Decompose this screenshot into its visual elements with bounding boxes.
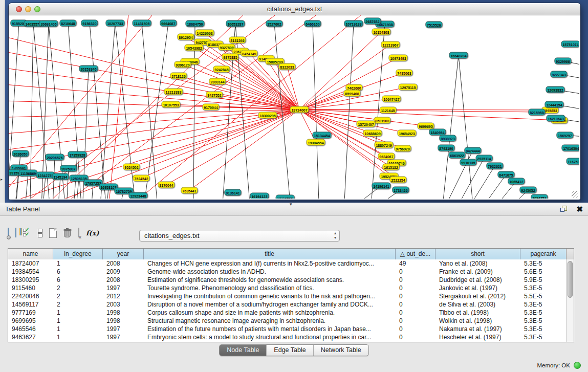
graph-node[interactable]: 1527602 <box>266 20 282 27</box>
graph-node[interactable]: 9136141 <box>224 189 241 196</box>
table-row[interactable]: 946362711997Embryonic stem cells: a mode… <box>8 333 574 341</box>
graph-node[interactable]: 7524542 <box>133 175 149 182</box>
table-selector-dropdown[interactable]: citations_edges.txt ▴▾ <box>139 230 340 242</box>
graph-node[interactable]: 8599468 <box>343 90 360 97</box>
graph-node[interactable]: 20153346 <box>79 65 98 72</box>
tab-network-table[interactable]: Network Table <box>313 345 368 356</box>
graph-node[interactable]: 11431505 <box>133 20 151 27</box>
graph-node[interactable]: 18724007 <box>290 106 309 113</box>
graph-node[interactable]: 9170044 <box>202 104 219 111</box>
graph-node[interactable]: 7515526 <box>425 21 442 28</box>
graph-node[interactable]: 2803144 <box>209 78 226 85</box>
vertical-scrollbar[interactable] <box>566 259 574 342</box>
graph-node[interactable]: 16648784 <box>449 52 468 59</box>
graph-node[interactable]: 7932621 <box>486 163 503 169</box>
graph-node[interactable]: 8501903 <box>374 117 390 124</box>
graph-node[interactable]: 9227343 <box>550 71 567 78</box>
graph-node[interactable]: 8793190 <box>438 145 454 151</box>
graph-node[interactable]: 12213967 <box>381 41 400 48</box>
graph-node[interactable]: 8210648 <box>59 20 76 27</box>
graph-node[interactable]: 17016504 <box>561 145 579 151</box>
graph-node[interactable]: 19654923 <box>397 130 416 137</box>
graph-node[interactable]: 19384554 <box>306 139 325 146</box>
graph-node[interactable]: 10688609 <box>363 130 382 137</box>
graph-node[interactable]: 18684750 <box>185 20 204 27</box>
window-titlebar[interactable]: citations_edges.txt <box>9 3 580 15</box>
graph-node[interactable]: 8322033 <box>278 63 295 70</box>
new-table-button[interactable] <box>49 228 57 238</box>
graph-node[interactable]: 8471675 <box>497 171 514 178</box>
graph-node[interactable]: 2718126 <box>170 73 187 79</box>
graph-node[interactable]: 18300295 <box>258 112 277 119</box>
graph-node[interactable]: 20206576 <box>45 154 64 161</box>
select-rows-button[interactable]: ✓ ✓ <box>23 228 31 237</box>
divider-drag-handle[interactable]: ▾ <box>290 202 292 207</box>
tab-edge-table[interactable]: Edge Table <box>266 345 313 356</box>
graph-node[interactable]: 6863922 <box>448 152 465 159</box>
graph-node[interactable]: 1121645 <box>380 107 397 114</box>
graph-node[interactable]: 9329966 <box>554 58 571 64</box>
graph-node[interactable]: 10543982 <box>184 45 203 51</box>
graph-node[interactable]: 2687682 <box>364 18 381 25</box>
select-column-button[interactable] <box>15 228 16 237</box>
panel-expand-icon[interactable]: ▸ <box>1 177 3 182</box>
graph-node[interactable]: 12975115 <box>399 84 418 91</box>
graph-node[interactable]: 10107553 <box>161 101 180 108</box>
table-row[interactable]: 2242004622012Investigating the contribut… <box>8 292 574 300</box>
graph-node[interactable]: 8454749 <box>241 50 257 57</box>
graph-node[interactable]: 8131546 <box>229 37 246 43</box>
graph-node[interactable]: 16210643 <box>546 115 565 122</box>
graph-node[interactable]: 8938923 <box>439 135 456 142</box>
table-row[interactable]: 1872400712008Changes of HCN gene express… <box>8 259 574 268</box>
graph-node[interactable]: 6466160 <box>304 20 321 27</box>
table-row[interactable]: 1830029562008Estimation of significance … <box>8 276 574 284</box>
graph-node[interactable]: 1733426 <box>392 187 409 193</box>
column-header-in_degree[interactable]: in_degree <box>53 249 103 259</box>
graph-node[interactable]: 8912954 <box>177 34 194 40</box>
graph-node[interactable]: 10207733 <box>105 20 124 27</box>
graph-node[interactable]: 2522254 <box>389 177 406 183</box>
graph-node[interactable]: 7635441 <box>181 187 198 194</box>
graph-node[interactable]: 15751074 <box>561 41 579 48</box>
column-header-name[interactable]: name <box>8 249 53 259</box>
graph-node[interactable]: 18807249 <box>374 142 393 148</box>
graph-node[interactable]: 9664087 <box>160 20 177 27</box>
graph-node[interactable]: 16194123 <box>250 193 269 199</box>
memory-ok-indicator[interactable] <box>574 362 581 369</box>
delete-table-button[interactable] <box>63 228 72 238</box>
graph-node[interactable]: 8215958 <box>528 109 545 116</box>
graph-node[interactable]: 8427552 <box>206 92 223 98</box>
close-panel-icon[interactable]: ✖ <box>576 206 583 212</box>
graph-node[interactable]: 2935114 <box>476 155 493 162</box>
graph-node[interactable]: 2026050 <box>12 150 29 157</box>
float-panel-icon[interactable] <box>560 206 567 212</box>
table-row[interactable]: 911546021997Tourette syndrome. Phenomeno… <box>8 284 574 292</box>
graph-node[interactable]: 10647427 <box>382 96 401 102</box>
column-header-short[interactable]: short <box>435 249 520 259</box>
row-height-button[interactable] <box>38 228 42 237</box>
graph-node[interactable]: 14226063 <box>195 30 214 36</box>
graph-node[interactable]: 9756928 <box>394 145 411 152</box>
table-row[interactable]: 1938455462009Genome-wide association stu… <box>8 268 574 276</box>
function-builder-button[interactable]: f(x) <box>86 229 99 237</box>
graph-node[interactable]: 10719183 <box>344 20 363 27</box>
graph-node[interactable]: 9156320 <box>81 20 98 27</box>
column-header-out_de[interactable]: △ out_de... <box>396 249 435 259</box>
graph-node[interactable]: 12093832 <box>546 86 564 93</box>
graph-node[interactable]: 9242845 <box>213 66 230 73</box>
graph-node[interactable]: 1065412 <box>508 178 525 185</box>
graph-node[interactable]: 9975887 <box>60 165 77 172</box>
graph-node[interactable]: 7485063 <box>396 70 412 76</box>
table-row[interactable]: 969969511998Structural magnetic resonanc… <box>8 317 574 325</box>
graph-node[interactable]: 11156869 <box>19 170 37 177</box>
graph-node[interactable]: 1084752 <box>531 194 548 199</box>
graph-node[interactable]: 9684067 <box>378 153 395 160</box>
graph-node[interactable]: 9396120 <box>174 61 191 68</box>
table-row[interactable]: 977716911998Corpus callosum shape and si… <box>8 309 574 317</box>
graph-node[interactable]: 9524502 <box>123 164 140 170</box>
network-canvas[interactable]: 9155203140355722069140682106489156320102… <box>9 15 579 199</box>
table-row[interactable]: 1456911722003Disruption of a novel membe… <box>8 300 574 309</box>
table-row[interactable]: 946554611997Estimation of the future num… <box>8 325 574 333</box>
graph-node[interactable]: 15134454 <box>312 132 331 139</box>
column-header-title[interactable]: title <box>144 249 396 259</box>
